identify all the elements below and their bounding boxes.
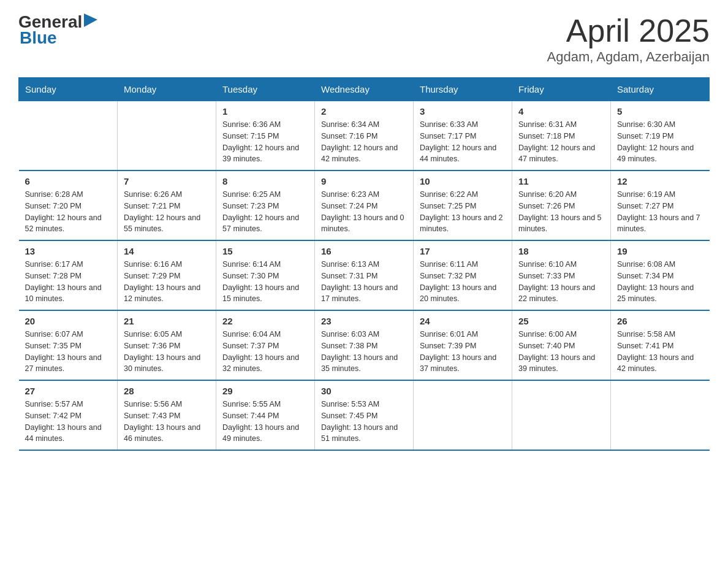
calendar-cell: 7Sunrise: 6:26 AMSunset: 7:21 PMDaylight… (118, 170, 216, 240)
day-info: Sunrise: 5:56 AMSunset: 7:43 PMDaylight:… (124, 399, 210, 445)
day-info: Sunrise: 5:57 AMSunset: 7:42 PMDaylight:… (25, 399, 112, 445)
calendar-cell: 26Sunrise: 5:58 AMSunset: 7:41 PMDayligh… (611, 310, 710, 380)
calendar-cell: 6Sunrise: 6:28 AMSunset: 7:20 PMDaylight… (19, 170, 118, 240)
calendar-week-row: 13Sunrise: 6:17 AMSunset: 7:28 PMDayligh… (19, 240, 710, 310)
weekday-header-wednesday: Wednesday (315, 78, 414, 101)
calendar-cell: 15Sunrise: 6:14 AMSunset: 7:30 PMDayligh… (216, 240, 315, 310)
day-number: 25 (518, 316, 604, 326)
weekday-header-saturday: Saturday (611, 78, 710, 101)
day-number: 27 (25, 386, 112, 396)
calendar-cell: 30Sunrise: 5:53 AMSunset: 7:45 PMDayligh… (315, 380, 414, 450)
day-number: 24 (420, 316, 506, 326)
calendar-cell: 24Sunrise: 6:01 AMSunset: 7:39 PMDayligh… (414, 310, 512, 380)
weekday-header-sunday: Sunday (19, 78, 118, 101)
calendar-table: SundayMondayTuesdayWednesdayThursdayFrid… (18, 77, 710, 451)
calendar-cell: 16Sunrise: 6:13 AMSunset: 7:31 PMDayligh… (315, 240, 414, 310)
day-number: 30 (321, 386, 407, 396)
calendar-header: SundayMondayTuesdayWednesdayThursdayFrid… (19, 78, 710, 101)
calendar-cell: 3Sunrise: 6:33 AMSunset: 7:17 PMDaylight… (414, 101, 512, 171)
day-number: 16 (321, 246, 407, 256)
day-number: 11 (518, 176, 604, 186)
logo: General Blue (18, 12, 97, 48)
day-number: 14 (124, 246, 210, 256)
logo-arrow-icon (84, 13, 97, 27)
calendar-cell (512, 380, 611, 450)
weekday-header-monday: Monday (118, 78, 216, 101)
page-header: General Blue April 2025 Agdam, Agdam, Az… (18, 12, 710, 65)
weekday-header-thursday: Thursday (414, 78, 512, 101)
day-number: 5 (617, 106, 703, 117)
day-info: Sunrise: 6:20 AMSunset: 7:26 PMDaylight:… (518, 189, 604, 235)
calendar-cell: 29Sunrise: 5:55 AMSunset: 7:44 PMDayligh… (216, 380, 315, 450)
day-number: 29 (222, 386, 308, 396)
day-info: Sunrise: 6:31 AMSunset: 7:18 PMDaylight:… (518, 119, 604, 165)
calendar-cell: 17Sunrise: 6:11 AMSunset: 7:32 PMDayligh… (414, 240, 512, 310)
day-number: 1 (222, 106, 308, 117)
calendar-cell (611, 380, 710, 450)
day-info: Sunrise: 6:34 AMSunset: 7:16 PMDaylight:… (321, 119, 407, 165)
day-info: Sunrise: 5:58 AMSunset: 7:41 PMDaylight:… (617, 329, 703, 375)
day-info: Sunrise: 6:30 AMSunset: 7:19 PMDaylight:… (617, 119, 703, 165)
weekday-header-row: SundayMondayTuesdayWednesdayThursdayFrid… (19, 78, 710, 101)
day-number: 13 (25, 246, 112, 256)
calendar-week-row: 27Sunrise: 5:57 AMSunset: 7:42 PMDayligh… (19, 380, 710, 450)
day-info: Sunrise: 6:01 AMSunset: 7:39 PMDaylight:… (420, 329, 506, 375)
day-number: 22 (222, 316, 308, 326)
day-info: Sunrise: 6:26 AMSunset: 7:21 PMDaylight:… (124, 189, 210, 235)
calendar-cell (414, 380, 512, 450)
day-info: Sunrise: 6:00 AMSunset: 7:40 PMDaylight:… (518, 329, 604, 375)
calendar-cell: 23Sunrise: 6:03 AMSunset: 7:38 PMDayligh… (315, 310, 414, 380)
day-number: 10 (420, 176, 506, 186)
day-number: 2 (321, 106, 407, 117)
day-info: Sunrise: 6:23 AMSunset: 7:24 PMDaylight:… (321, 189, 407, 235)
day-number: 7 (124, 176, 210, 186)
day-number: 19 (617, 246, 703, 256)
day-number: 17 (420, 246, 506, 256)
svg-marker-0 (84, 13, 97, 27)
calendar-week-row: 1Sunrise: 6:36 AMSunset: 7:15 PMDaylight… (19, 101, 710, 171)
calendar-cell: 2Sunrise: 6:34 AMSunset: 7:16 PMDaylight… (315, 101, 414, 171)
calendar-cell: 14Sunrise: 6:16 AMSunset: 7:29 PMDayligh… (118, 240, 216, 310)
calendar-cell: 9Sunrise: 6:23 AMSunset: 7:24 PMDaylight… (315, 170, 414, 240)
weekday-header-friday: Friday (512, 78, 611, 101)
calendar-cell: 5Sunrise: 6:30 AMSunset: 7:19 PMDaylight… (611, 101, 710, 171)
day-number: 23 (321, 316, 407, 326)
day-info: Sunrise: 6:03 AMSunset: 7:38 PMDaylight:… (321, 329, 407, 375)
day-info: Sunrise: 6:16 AMSunset: 7:29 PMDaylight:… (124, 259, 210, 305)
day-info: Sunrise: 6:05 AMSunset: 7:36 PMDaylight:… (124, 329, 210, 375)
day-number: 28 (124, 386, 210, 396)
day-info: Sunrise: 6:25 AMSunset: 7:23 PMDaylight:… (222, 189, 308, 235)
calendar-cell (19, 101, 118, 171)
calendar-cell: 18Sunrise: 6:10 AMSunset: 7:33 PMDayligh… (512, 240, 611, 310)
calendar-cell: 20Sunrise: 6:07 AMSunset: 7:35 PMDayligh… (19, 310, 118, 380)
day-info: Sunrise: 6:19 AMSunset: 7:27 PMDaylight:… (617, 189, 703, 235)
day-number: 26 (617, 316, 703, 326)
day-info: Sunrise: 6:08 AMSunset: 7:34 PMDaylight:… (617, 259, 703, 305)
calendar-cell: 8Sunrise: 6:25 AMSunset: 7:23 PMDaylight… (216, 170, 315, 240)
calendar-cell: 19Sunrise: 6:08 AMSunset: 7:34 PMDayligh… (611, 240, 710, 310)
day-number: 12 (617, 176, 703, 186)
calendar-cell: 1Sunrise: 6:36 AMSunset: 7:15 PMDaylight… (216, 101, 315, 171)
title-area: April 2025 Agdam, Agdam, Azerbaijan (547, 12, 710, 65)
day-number: 3 (420, 106, 506, 117)
day-info: Sunrise: 6:14 AMSunset: 7:30 PMDaylight:… (222, 259, 308, 305)
day-info: Sunrise: 5:55 AMSunset: 7:44 PMDaylight:… (222, 399, 308, 445)
calendar-cell: 21Sunrise: 6:05 AMSunset: 7:36 PMDayligh… (118, 310, 216, 380)
day-info: Sunrise: 6:33 AMSunset: 7:17 PMDaylight:… (420, 119, 506, 165)
day-number: 8 (222, 176, 308, 186)
page-subtitle: Agdam, Agdam, Azerbaijan (547, 49, 710, 65)
day-info: Sunrise: 6:04 AMSunset: 7:37 PMDaylight:… (222, 329, 308, 375)
day-info: Sunrise: 6:22 AMSunset: 7:25 PMDaylight:… (420, 189, 506, 235)
page-title: April 2025 (547, 12, 710, 49)
day-info: Sunrise: 6:36 AMSunset: 7:15 PMDaylight:… (222, 119, 308, 165)
calendar-cell: 22Sunrise: 6:04 AMSunset: 7:37 PMDayligh… (216, 310, 315, 380)
day-info: Sunrise: 6:11 AMSunset: 7:32 PMDaylight:… (420, 259, 506, 305)
calendar-cell: 10Sunrise: 6:22 AMSunset: 7:25 PMDayligh… (414, 170, 512, 240)
day-info: Sunrise: 6:28 AMSunset: 7:20 PMDaylight:… (25, 189, 112, 235)
calendar-week-row: 20Sunrise: 6:07 AMSunset: 7:35 PMDayligh… (19, 310, 710, 380)
day-number: 9 (321, 176, 407, 186)
weekday-header-tuesday: Tuesday (216, 78, 315, 101)
day-info: Sunrise: 6:10 AMSunset: 7:33 PMDaylight:… (518, 259, 604, 305)
day-info: Sunrise: 6:17 AMSunset: 7:28 PMDaylight:… (25, 259, 112, 305)
calendar-cell (118, 101, 216, 171)
